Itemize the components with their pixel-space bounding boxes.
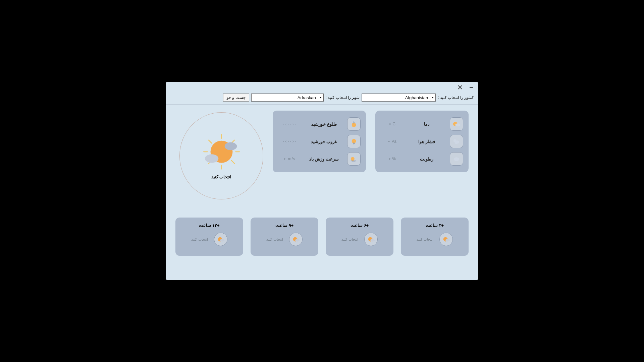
city-combo[interactable]: ▾ [251, 94, 324, 102]
sunset-value: ۰۰:۰۰:۰۰ [278, 139, 301, 144]
svg-point-21 [445, 239, 450, 241]
sunset-label: غروب خورشید [305, 139, 343, 144]
forecast-icon [439, 233, 453, 246]
wind-value: ∘ m/s [278, 157, 301, 161]
temperature-value: ∘ C [381, 122, 404, 126]
forecast-icon [364, 233, 378, 246]
svg-point-23 [370, 239, 375, 241]
sunrise-label: طلوع خورشید [305, 122, 343, 127]
forecast-card-9h[interactable]: +۹ ساعت انتخاب کنید [251, 218, 318, 256]
sunrise-value: ۰۰:۰۰:۰۰ [278, 122, 301, 126]
pressure-icon [450, 135, 463, 148]
humidity-value: ∘ % [381, 157, 404, 161]
country-input[interactable] [362, 94, 430, 102]
city-input[interactable] [251, 94, 318, 102]
humidity-icon [450, 152, 463, 166]
toolbar: کشور را انتخاب کنید : ▾ شهر را انتخاب کن… [166, 92, 478, 105]
forecast-title: +۳ ساعت [426, 223, 444, 228]
pressure-label: فشار هوا [408, 139, 446, 144]
sunrise-icon [347, 117, 361, 131]
svg-point-25 [295, 239, 300, 241]
forecast-card-3h[interactable]: +۳ ساعت انتخاب کنید [401, 218, 469, 256]
chevron-down-icon[interactable]: ▾ [318, 94, 324, 102]
forecast-select-label: انتخاب کنید [417, 237, 433, 242]
country-combo[interactable]: ▾ [362, 94, 436, 102]
minimize-button[interactable] [467, 84, 475, 90]
search-button[interactable]: جست و جو [223, 94, 249, 102]
sunset-row: غروب خورشید ۰۰:۰۰:۰۰ [278, 133, 361, 150]
temperature-label: دما [408, 122, 446, 127]
close-button[interactable] [456, 84, 464, 90]
sunrise-row: طلوع خورشید ۰۰:۰۰:۰۰ [278, 115, 361, 133]
forecast-select-label: انتخاب کنید [191, 237, 208, 242]
forecast-icon [289, 233, 303, 246]
sun-wind-card: طلوع خورشید ۰۰:۰۰:۰۰ غروب خورشید ۰۰:۰۰:۰… [273, 111, 366, 172]
minimize-icon [469, 85, 473, 89]
forecast-card-12h[interactable]: +۱۲ ساعت انتخاب کنید [175, 218, 243, 256]
forecast-title: +۹ ساعت [275, 223, 293, 228]
humidity-row: رطوبت ∘ % [381, 150, 463, 168]
svg-point-8 [351, 157, 355, 161]
hero-select-label: انتخاب کنید [211, 174, 232, 179]
city-label: شهر را انتخاب کنید : [326, 95, 360, 100]
pressure-value: ∘ Pa [381, 139, 404, 144]
svg-point-1 [455, 123, 460, 126]
wind-row: سرعت وزش باد ∘ m/s [278, 150, 361, 168]
svg-point-18 [224, 142, 237, 150]
humidity-label: رطوبت [408, 157, 446, 162]
svg-point-4 [455, 141, 457, 144]
forecast-icon [214, 233, 227, 246]
svg-point-19 [205, 154, 218, 163]
close-icon [458, 85, 462, 89]
forecast-title: +۱۲ ساعت [199, 223, 219, 228]
forecast-row: +۳ ساعت انتخاب کنید +۶ ساعت انتخاب کنید [175, 218, 469, 256]
titlebar [166, 82, 478, 92]
current-weather-row: دما ∘ C فشار هوا ∘ Pa رطوبت ∘ % [175, 111, 469, 199]
forecast-select-label: انتخاب کنید [266, 237, 283, 242]
pressure-row: فشار هوا ∘ Pa [381, 133, 463, 150]
svg-line-10 [209, 140, 212, 143]
forecast-card-6h[interactable]: +۶ ساعت انتخاب کنید [326, 218, 393, 256]
temperature-row: دما ∘ C [381, 115, 463, 133]
wind-label: سرعت وزش باد [305, 157, 343, 162]
forecast-select-label: انتخاب کنید [341, 237, 358, 242]
app-window: کشور را انتخاب کنید : ▾ شهر را انتخاب کن… [166, 82, 478, 280]
sunset-icon [347, 135, 361, 148]
wind-icon [347, 152, 361, 166]
thermometer-icon [450, 117, 463, 131]
content: دما ∘ C فشار هوا ∘ Pa رطوبت ∘ % [166, 105, 478, 279]
metrics-card: دما ∘ C فشار هوا ∘ Pa رطوبت ∘ % [375, 111, 469, 172]
current-condition-hero: انتخاب کنید [179, 112, 263, 199]
chevron-down-icon[interactable]: ▾ [430, 94, 436, 102]
country-label: کشور را انتخاب کنید : [438, 95, 474, 100]
svg-line-15 [231, 160, 234, 163]
sun-cloud-icon [199, 133, 244, 170]
svg-point-27 [220, 239, 224, 241]
forecast-title: +۶ ساعت [351, 223, 369, 228]
